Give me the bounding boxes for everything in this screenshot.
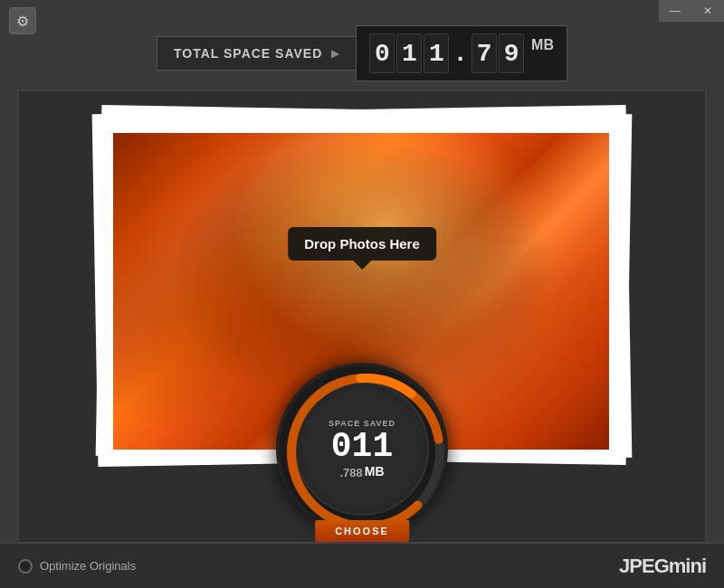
optimize-radio[interactable] <box>18 559 33 574</box>
close-button[interactable]: ✕ <box>691 0 724 22</box>
digit-1: 1 <box>396 33 422 73</box>
gear-icon: ⚙ <box>16 13 29 30</box>
digit-3: 7 <box>472 33 497 73</box>
total-space-label: TOTAL SPACE SAVED <box>174 46 322 61</box>
minimize-button[interactable]: — <box>659 0 691 22</box>
gauge-outer: SPACE SAVED 011 .788 MB <box>276 363 448 535</box>
title-bar: — ✕ <box>659 0 724 22</box>
svg-point-1 <box>291 378 440 526</box>
gauge-arc <box>280 366 452 538</box>
bottom-bar: Optimize Originals JPEGmini <box>0 543 724 588</box>
brand-name: JPEGmini <box>619 555 706 577</box>
digit-0: 0 <box>369 33 395 73</box>
digit-2: 1 <box>424 33 449 73</box>
photo-stack: Drop Photos Here SPACE SAVED 011 <box>95 109 629 489</box>
decimal-separator: . <box>452 40 468 68</box>
optimize-label: Optimize Originals <box>40 559 136 573</box>
gauge-container: SPACE SAVED 011 .788 MB CHOOSE <box>276 363 448 535</box>
play-icon: ▶ <box>331 47 339 60</box>
total-space-label-box: TOTAL SPACE SAVED ▶ <box>157 36 356 71</box>
brand-logo-area: JPEGmini <box>619 555 706 578</box>
unit-label: MB <box>531 37 554 53</box>
optimize-option[interactable]: Optimize Originals <box>18 559 136 574</box>
header-counter: TOTAL SPACE SAVED ▶ 0 1 1 . 7 9 MB <box>157 25 567 81</box>
settings-button[interactable]: ⚙ <box>9 7 36 34</box>
counter-display: 0 1 1 . 7 9 MB <box>356 25 567 81</box>
choose-button[interactable]: CHOOSE <box>315 520 409 542</box>
drop-tooltip: Drop Photos Here <box>288 227 436 261</box>
digit-4: 9 <box>499 33 524 73</box>
drop-tooltip-text: Drop Photos Here <box>304 236 420 251</box>
main-photo-area[interactable]: Drop Photos Here SPACE SAVED 011 <box>18 90 706 543</box>
